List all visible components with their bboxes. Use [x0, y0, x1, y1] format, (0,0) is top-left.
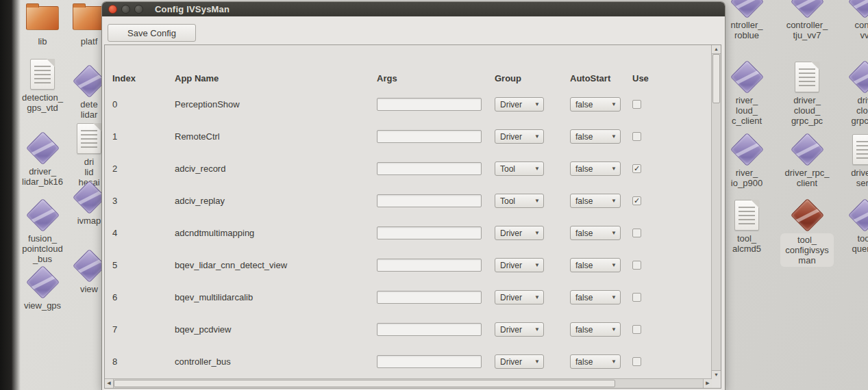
dropdown-arrow-icon: ▼ [611, 261, 617, 268]
row-index: 6 [112, 292, 175, 302]
header-args: Args [377, 73, 495, 83]
dropdown-arrow-icon: ▼ [534, 294, 540, 300]
icon-label: river_loud_c_client [732, 95, 762, 126]
desktop-icon-controller-vv[interactable]: contrvv [833, 0, 868, 41]
app-name: RemoteCtrl [175, 131, 377, 142]
header-use: Use [632, 73, 660, 83]
table-header: Index App Name Args Group AutoStart Use [106, 45, 711, 88]
args-input[interactable] [377, 98, 482, 111]
args-input[interactable] [377, 355, 482, 368]
desktop-icon-driver-rpc-client[interactable]: driver_rpc_client [776, 133, 839, 189]
use-checkbox[interactable]: ✓ [632, 164, 641, 173]
table-row: 8 controller_bus Driver▼ false▼ [106, 346, 711, 378]
icon-label: ivmap [77, 216, 101, 226]
vertical-scroll-thumb[interactable] [712, 54, 720, 103]
horizontal-scroll-thumb[interactable] [114, 380, 615, 387]
row-index: 5 [112, 260, 175, 270]
desktop-icon-tool-queryr[interactable]: toolqueryr [833, 198, 868, 255]
autostart-dropdown[interactable]: false▼ [570, 226, 621, 240]
group-dropdown[interactable]: Driver▼ [495, 258, 544, 272]
table-row: 2 adciv_record Tool▼ false▼ ✓ [106, 153, 711, 185]
icon-label: detection_gps_vtd [22, 92, 63, 113]
args-input[interactable] [377, 130, 482, 143]
group-dropdown[interactable]: Tool▼ [495, 161, 544, 176]
autostart-dropdown[interactable]: false▼ [570, 97, 621, 112]
icon-label: driver_rpc_client [784, 168, 829, 188]
args-input[interactable] [377, 226, 482, 239]
row-index: 7 [112, 324, 175, 335]
save-config-button[interactable]: Save Config [108, 24, 196, 42]
minimize-icon[interactable] [121, 5, 130, 14]
diamond-app-icon [847, 60, 868, 93]
use-checkbox[interactable] [632, 100, 641, 109]
desktop-icon-driver-cloud-grpc-s[interactable]: drivclougrpc_s [833, 60, 868, 127]
app-name: bqev_pcdview [175, 324, 377, 335]
group-dropdown[interactable]: Driver▼ [495, 322, 544, 337]
diamond-app-icon [730, 0, 763, 18]
icon-label: controller_tju_vv7 [786, 20, 828, 40]
table-row: 0 PerceptionShow Driver▼ false▼ [106, 88, 711, 120]
use-checkbox[interactable] [632, 293, 641, 302]
scroll-left-icon[interactable]: ◀ [105, 379, 114, 388]
use-checkbox[interactable] [632, 132, 641, 141]
folder-icon [73, 6, 106, 30]
table-row: 3 adciv_replay Tool▼ false▼ ✓ [106, 185, 711, 217]
group-dropdown[interactable]: Driver▼ [495, 290, 544, 304]
args-input[interactable] [377, 162, 482, 175]
desktop-icon-controller-tju-vv7[interactable]: controller_tju_vv7 [776, 0, 839, 41]
group-dropdown[interactable]: Driver▼ [495, 354, 544, 369]
desktop-icon-tool-configivsysman[interactable]: tool_configivsysman [776, 198, 839, 267]
group-dropdown[interactable]: Tool▼ [495, 194, 544, 208]
row-index: 0 [112, 99, 175, 109]
autostart-dropdown[interactable]: false▼ [570, 354, 621, 369]
table-row: 5 bqev_lidar_cnn_detect_view Driver▼ fal… [106, 249, 711, 281]
row-index: 1 [112, 131, 175, 142]
args-input[interactable] [377, 194, 482, 207]
use-checkbox[interactable] [632, 357, 641, 366]
autostart-dropdown[interactable]: false▼ [570, 322, 621, 337]
diamond-app-icon [847, 0, 868, 18]
args-input[interactable] [377, 259, 482, 272]
use-checkbox[interactable] [632, 325, 641, 334]
dropdown-arrow-icon: ▼ [611, 358, 617, 364]
args-input[interactable] [377, 291, 482, 304]
app-name: adcndtmultimapping [175, 228, 377, 238]
app-name: bqev_multilidarcalib [175, 292, 377, 302]
maximize-icon[interactable] [134, 5, 143, 14]
icon-label: ntroller_roblue [731, 20, 763, 40]
icon-label: drivclougrpc_s [851, 95, 868, 126]
icon-label: view [80, 284, 98, 294]
scroll-up-icon[interactable]: ▲ [712, 45, 721, 54]
autostart-dropdown[interactable]: false▼ [570, 258, 621, 272]
autostart-dropdown[interactable]: false▼ [570, 194, 621, 208]
scroll-down-icon[interactable]: ▼ [712, 370, 721, 379]
app-name: adciv_replay [175, 196, 377, 206]
vertical-scrollbar[interactable]: ▲ ▼ [711, 45, 721, 379]
row-index: 8 [112, 356, 175, 367]
group-dropdown[interactable]: Driver▼ [495, 97, 544, 112]
titlebar[interactable]: Config IVSysMan [102, 2, 725, 16]
autostart-dropdown[interactable]: false▼ [570, 290, 621, 304]
group-dropdown[interactable]: Driver▼ [495, 129, 544, 144]
dropdown-arrow-icon: ▼ [611, 101, 617, 107]
autostart-dropdown[interactable]: false▼ [570, 129, 621, 144]
autostart-dropdown[interactable]: false▼ [570, 161, 621, 176]
horizontal-scrollbar[interactable]: ◀ ▶ [105, 378, 712, 388]
use-checkbox[interactable] [632, 229, 641, 237]
scroll-right-icon[interactable]: ▶ [703, 379, 712, 388]
close-icon[interactable] [108, 5, 117, 14]
document-icon [77, 123, 101, 154]
desktop-icon-driver-cloud-grpc-pc[interactable]: driver_cloud_grpc_pc [776, 60, 839, 127]
document-icon [734, 200, 759, 231]
dropdown-arrow-icon: ▼ [534, 358, 540, 364]
desktop-icon-driver-serv[interactable]: driver_serv [833, 133, 868, 189]
row-index: 2 [112, 164, 175, 174]
app-name: bqev_lidar_cnn_detect_view [175, 260, 377, 270]
diamond-app-icon [730, 60, 763, 93]
use-checkbox[interactable]: ✓ [632, 196, 641, 205]
group-dropdown[interactable]: Driver▼ [495, 226, 544, 240]
args-input[interactable] [377, 323, 482, 336]
use-checkbox[interactable] [632, 261, 641, 270]
icon-label: driver_serv [851, 168, 868, 188]
header-index: Index [112, 73, 175, 83]
